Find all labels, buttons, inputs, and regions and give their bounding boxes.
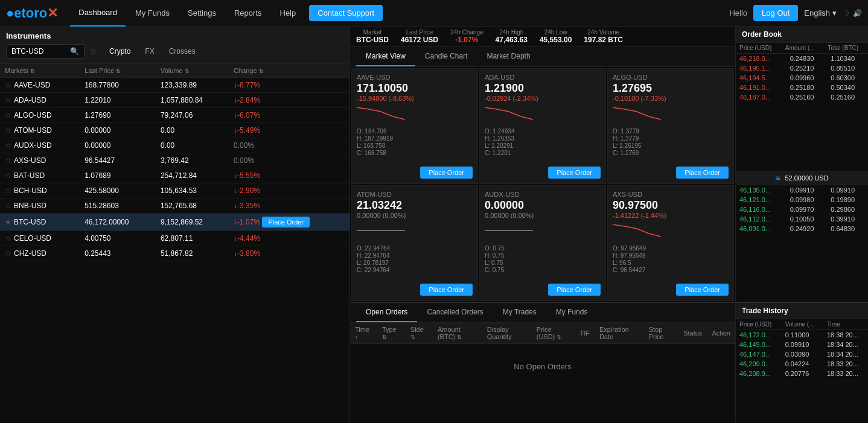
tab-open-orders[interactable]: Open Orders	[356, 303, 417, 322]
instrument-name: ☆CHZ-USD	[0, 246, 80, 261]
order-book-asks: 46,218.0... 0.24830 1.10340 46,195.1... …	[736, 54, 868, 171]
instrument-row[interactable]: ☆AAVE-USD 168.77800 123,339.89 ↓-8.77%	[0, 78, 349, 93]
contact-support-button[interactable]: Contact Support	[309, 5, 383, 21]
ticker-low: 24h Low 45,553.00	[540, 29, 572, 44]
language-selector[interactable]: English ▾	[804, 8, 837, 17]
col-time[interactable]: Time ↑	[350, 323, 377, 344]
col-change[interactable]: Change ⇅	[229, 64, 349, 78]
mini-chart	[357, 104, 473, 126]
col-amount[interactable]: Amount (BTC) ⇅	[433, 323, 482, 344]
trade-history-section: Trade History Price (USD) Volume (... Ti…	[736, 302, 868, 423]
favorite-star-icon[interactable]: ☆	[5, 126, 11, 135]
col-markets[interactable]: Markets ⇅	[0, 64, 80, 78]
card-place-order-button[interactable]: Place Order	[420, 284, 473, 296]
nav-my-funds[interactable]: My Funds	[127, 0, 178, 27]
book-col-total: Total (BTC)	[824, 43, 868, 54]
spread-icon: ≋	[775, 174, 780, 182]
place-order-button[interactable]: Place Order	[262, 217, 310, 227]
volume-icon[interactable]: 🔊	[853, 9, 862, 17]
favorites-star-icon[interactable]: ☆	[89, 46, 97, 56]
tab-candle-chart[interactable]: Candle Chart	[415, 47, 477, 66]
ask-row[interactable]: 46,191.0... 0.25180 0.50340	[736, 83, 868, 92]
tab-cancelled-orders[interactable]: Cancelled Orders	[417, 303, 493, 322]
ask-row[interactable]: 46,218.0... 0.24830 1.10340	[736, 54, 868, 63]
instrument-name: ☆AUDX-USD	[0, 138, 80, 153]
bid-row[interactable]: 46,116.0... 0.09970 0.29860	[736, 205, 868, 214]
card-price: 90.97500	[613, 199, 729, 212]
card-place-order-button[interactable]: Place Order	[420, 167, 473, 179]
favorite-star-icon[interactable]: ★	[5, 218, 11, 226]
instrument-row[interactable]: ☆BNB-USD 515.28603 152,765.68 ↓-3.35%	[0, 199, 349, 214]
instrument-row[interactable]: ☆CELO-USD 4.00750 62,807.11 ↓-4.44%	[0, 231, 349, 246]
instrument-row[interactable]: ☆ADA-USD 1.22010 1,057,880.84 ↓-2.84%	[0, 93, 349, 108]
favorite-star-icon[interactable]: ☆	[5, 156, 11, 165]
nav-settings[interactable]: Settings	[179, 0, 225, 27]
bid-row[interactable]: 46,121.0... 0.09980 0.19890	[736, 195, 868, 205]
trade-volume: 0.11000	[782, 330, 823, 340]
instrument-row[interactable]: ☆BCH-USD 425.58000 105,634.53 ↓-2.90%	[0, 183, 349, 199]
card-change: -15.94800 (-8.63%)	[357, 95, 473, 102]
col-side[interactable]: Side ⇅	[406, 323, 433, 344]
col-action: Action	[707, 323, 735, 344]
favorite-star-icon[interactable]: ☆	[5, 234, 11, 243]
orders-tabs: Open Orders Cancelled Orders My Trades M…	[350, 303, 735, 323]
tab-fx[interactable]: FX	[138, 45, 161, 58]
bid-row[interactable]: 46,091.0... 0.24920 0.64830	[736, 224, 868, 234]
tab-my-trades[interactable]: My Trades	[493, 303, 546, 322]
main-layout: Instruments BTC-USD 🔍 ☆ Crypto FX Crosse…	[0, 27, 868, 423]
favorite-star-icon[interactable]: ☆	[5, 171, 11, 180]
tab-crypto[interactable]: Crypto	[102, 45, 138, 58]
ask-row[interactable]: 46,194.5... 0.09960 0.60300	[736, 73, 868, 83]
instrument-row[interactable]: ☆CHZ-USD 0.25443 51,867.82 ↓-3.80%	[0, 246, 349, 261]
favorite-star-icon[interactable]: ☆	[5, 186, 11, 195]
instrument-row[interactable]: ☆BAT-USD 1.07689 254,712.84 ↓-5.55%	[0, 168, 349, 183]
ask-row[interactable]: 46,187.0... 0.25160 0.25160	[736, 92, 868, 102]
card-place-order-button[interactable]: Place Order	[676, 167, 729, 179]
trade-price: 46,208.9...	[736, 369, 782, 378]
bid-row[interactable]: 46,112.0... 0.10050 0.39910	[736, 214, 868, 224]
tab-market-view[interactable]: Market View	[356, 47, 415, 66]
nav-dashboard[interactable]: Dashboard	[70, 0, 126, 27]
instrument-row[interactable]: ☆ALGO-USD 1.27690 79,247.06 ↓-6.07%	[0, 108, 349, 123]
ticker-volume-value: 197.82 BTC	[584, 36, 623, 44]
ask-row[interactable]: 46,195.1... 0.25210 0.85510	[736, 63, 868, 73]
favorite-star-icon[interactable]: ☆	[5, 81, 11, 89]
tab-my-funds[interactable]: My Funds	[546, 303, 598, 322]
nav-reports[interactable]: Reports	[226, 0, 270, 27]
card-place-order-button[interactable]: Place Order	[548, 167, 601, 179]
instrument-row[interactable]: ☆ATOM-USD 0.00000 0.00 ↓-5.49%	[0, 123, 349, 138]
ask-amount: 0.25210	[787, 63, 828, 73]
col-price[interactable]: Price (USD) ⇅	[532, 323, 575, 344]
instruments-panel: Instruments BTC-USD 🔍 ☆ Crypto FX Crosse…	[0, 27, 350, 423]
instruments-search[interactable]: BTC-USD 🔍	[6, 44, 85, 59]
instrument-row[interactable]: ☆AXS-USD 96.54427 3,769.42 0.00%	[0, 153, 349, 168]
instrument-row[interactable]: ☆AUDX-USD 0.00000 0.00 0.00%	[0, 138, 349, 153]
tab-market-depth[interactable]: Market Depth	[477, 47, 540, 66]
mini-chart	[613, 104, 729, 126]
favorite-star-icon[interactable]: ☆	[5, 202, 11, 210]
favorite-star-icon[interactable]: ☆	[5, 249, 11, 258]
instrument-volume: 3,769.42	[156, 153, 229, 168]
logout-button[interactable]: Log Out	[753, 5, 798, 21]
ask-price: 46,194.5...	[736, 73, 787, 83]
col-type[interactable]: Type ⇅	[377, 323, 406, 344]
trade-price: 46,172.0...	[736, 330, 782, 340]
bid-row[interactable]: 46,135.0... 0.09910 0.09910	[736, 185, 868, 195]
market-card: AUDX-USD 0.00000 0.00000 (0.00%) O: 0.75…	[479, 185, 606, 301]
moon-icon[interactable]: ☽	[843, 9, 849, 17]
nav-help[interactable]: Help	[272, 0, 305, 27]
favorite-star-icon[interactable]: ☆	[5, 141, 11, 150]
trade-row: 46,209.0... 0.04224 18:33 20...	[736, 359, 868, 369]
instrument-volume: 123,339.89	[156, 78, 229, 93]
col-volume[interactable]: Volume ⇅	[156, 64, 229, 78]
col-last-price[interactable]: Last Price ⇅	[80, 64, 156, 78]
favorite-star-icon[interactable]: ☆	[5, 111, 11, 119]
card-place-order-button[interactable]: Place Order	[676, 284, 729, 296]
card-place-order-button[interactable]: Place Order	[548, 284, 601, 296]
favorite-star-icon[interactable]: ☆	[5, 96, 11, 104]
language-label: English	[804, 8, 830, 17]
bid-amount: 0.10050	[787, 214, 828, 224]
instrument-row[interactable]: ★BTC-USD 46,172.00000 9,152,869.52 ↓-1.0…	[0, 214, 349, 231]
market-card: AAVE-USD 171.10050 -15.94800 (-8.63%) O:…	[351, 68, 478, 184]
tab-crosses[interactable]: Crosses	[162, 45, 203, 58]
